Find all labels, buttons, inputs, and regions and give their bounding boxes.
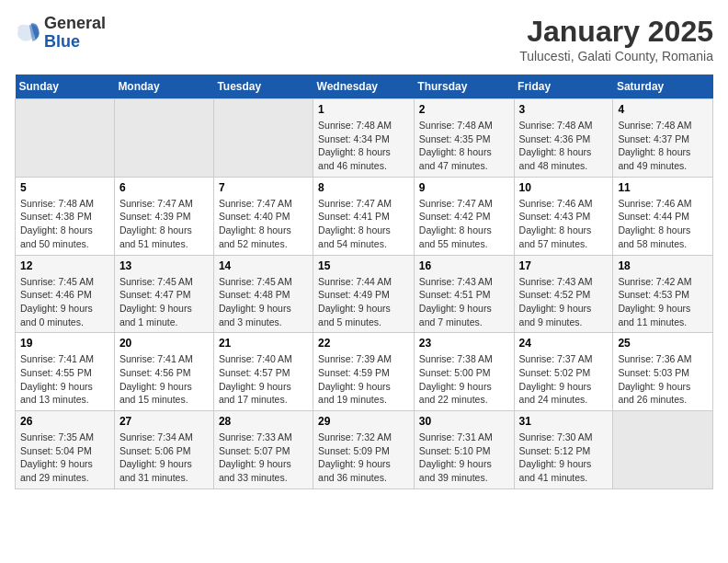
weekday-header-cell: Saturday	[613, 75, 713, 99]
day-detail: Sunrise: 7:36 AM Sunset: 5:03 PM Dayligh…	[618, 352, 708, 407]
day-number: 29	[318, 415, 409, 428]
day-number: 21	[219, 337, 308, 350]
day-detail: Sunrise: 7:46 AM Sunset: 4:44 PM Dayligh…	[618, 197, 708, 251]
day-number: 14	[219, 259, 308, 272]
title-area: January 2025 Tulucesti, Galati County, R…	[519, 15, 713, 63]
calendar-day-cell: 31 Sunrise: 7:30 AM Sunset: 5:12 PM Dayl…	[514, 411, 613, 489]
day-detail: Sunrise: 7:45 AM Sunset: 4:46 PM Dayligh…	[20, 275, 109, 329]
day-number: 5	[20, 181, 109, 194]
calendar-day-cell: 24 Sunrise: 7:37 AM Sunset: 5:02 PM Dayl…	[514, 333, 613, 411]
day-detail: Sunrise: 7:48 AM Sunset: 4:36 PM Dayligh…	[519, 119, 609, 173]
location-subtitle: Tulucesti, Galati County, Romania	[519, 49, 713, 63]
calendar-week-row: 19 Sunrise: 7:41 AM Sunset: 4:55 PM Dayl…	[16, 333, 713, 411]
weekday-header-cell: Thursday	[414, 75, 514, 99]
calendar-day-cell: 5 Sunrise: 7:48 AM Sunset: 4:38 PM Dayli…	[16, 177, 115, 255]
day-number: 13	[119, 259, 209, 272]
day-detail: Sunrise: 7:48 AM Sunset: 4:34 PM Dayligh…	[318, 119, 409, 173]
calendar-day-cell	[613, 411, 713, 489]
calendar-day-cell: 2 Sunrise: 7:48 AM Sunset: 4:35 PM Dayli…	[414, 99, 514, 178]
calendar-day-cell: 8 Sunrise: 7:47 AM Sunset: 4:41 PM Dayli…	[313, 177, 415, 255]
day-number: 3	[519, 103, 609, 116]
calendar-day-cell: 12 Sunrise: 7:45 AM Sunset: 4:46 PM Dayl…	[16, 255, 115, 333]
calendar-week-row: 12 Sunrise: 7:45 AM Sunset: 4:46 PM Dayl…	[16, 255, 713, 333]
day-detail: Sunrise: 7:42 AM Sunset: 4:53 PM Dayligh…	[618, 275, 708, 329]
day-number: 31	[519, 415, 609, 428]
day-number: 12	[20, 259, 109, 272]
logo: General Blue	[15, 15, 106, 52]
day-number: 26	[20, 415, 109, 428]
day-number: 6	[119, 181, 209, 194]
calendar-day-cell: 20 Sunrise: 7:41 AM Sunset: 4:56 PM Dayl…	[114, 333, 213, 411]
day-detail: Sunrise: 7:37 AM Sunset: 5:02 PM Dayligh…	[519, 352, 609, 407]
day-detail: Sunrise: 7:44 AM Sunset: 4:49 PM Dayligh…	[318, 275, 409, 329]
calendar-day-cell: 29 Sunrise: 7:32 AM Sunset: 5:09 PM Dayl…	[313, 411, 415, 489]
day-detail: Sunrise: 7:48 AM Sunset: 4:35 PM Dayligh…	[419, 119, 509, 173]
calendar-day-cell: 3 Sunrise: 7:48 AM Sunset: 4:36 PM Dayli…	[514, 99, 613, 178]
calendar-day-cell: 11 Sunrise: 7:46 AM Sunset: 4:44 PM Dayl…	[613, 177, 713, 255]
day-number: 27	[119, 415, 209, 428]
calendar-day-cell: 17 Sunrise: 7:43 AM Sunset: 4:52 PM Dayl…	[514, 255, 613, 333]
day-detail: Sunrise: 7:47 AM Sunset: 4:41 PM Dayligh…	[318, 197, 409, 251]
calendar-day-cell: 15 Sunrise: 7:44 AM Sunset: 4:49 PM Dayl…	[313, 255, 415, 333]
calendar-day-cell: 27 Sunrise: 7:34 AM Sunset: 5:06 PM Dayl…	[114, 411, 213, 489]
day-detail: Sunrise: 7:41 AM Sunset: 4:56 PM Dayligh…	[119, 352, 209, 407]
day-detail: Sunrise: 7:48 AM Sunset: 4:38 PM Dayligh…	[20, 197, 109, 251]
calendar-day-cell	[213, 99, 313, 178]
day-number: 4	[618, 103, 708, 116]
day-detail: Sunrise: 7:31 AM Sunset: 5:10 PM Dayligh…	[419, 431, 509, 485]
day-number: 16	[419, 259, 509, 272]
calendar-week-row: 1 Sunrise: 7:48 AM Sunset: 4:34 PM Dayli…	[16, 99, 713, 178]
calendar-day-cell: 18 Sunrise: 7:42 AM Sunset: 4:53 PM Dayl…	[613, 255, 713, 333]
day-detail: Sunrise: 7:47 AM Sunset: 4:42 PM Dayligh…	[419, 197, 509, 251]
day-detail: Sunrise: 7:38 AM Sunset: 5:00 PM Dayligh…	[419, 352, 509, 407]
calendar-day-cell: 1 Sunrise: 7:48 AM Sunset: 4:34 PM Dayli…	[313, 99, 415, 178]
day-number: 7	[219, 181, 308, 194]
header: General Blue January 2025 Tulucesti, Gal…	[15, 15, 713, 63]
day-number: 17	[519, 259, 609, 272]
weekday-header-cell: Sunday	[16, 75, 115, 99]
day-number: 20	[119, 337, 209, 350]
day-detail: Sunrise: 7:41 AM Sunset: 4:55 PM Dayligh…	[20, 352, 109, 407]
calendar-day-cell	[16, 99, 115, 178]
calendar-body: 1 Sunrise: 7:48 AM Sunset: 4:34 PM Dayli…	[16, 99, 713, 489]
calendar-day-cell: 7 Sunrise: 7:47 AM Sunset: 4:40 PM Dayli…	[213, 177, 313, 255]
day-number: 25	[618, 337, 708, 350]
calendar-day-cell: 25 Sunrise: 7:36 AM Sunset: 5:03 PM Dayl…	[613, 333, 713, 411]
calendar-day-cell: 10 Sunrise: 7:46 AM Sunset: 4:43 PM Dayl…	[514, 177, 613, 255]
day-detail: Sunrise: 7:45 AM Sunset: 4:47 PM Dayligh…	[119, 275, 209, 329]
calendar-week-row: 26 Sunrise: 7:35 AM Sunset: 5:04 PM Dayl…	[16, 411, 713, 489]
day-detail: Sunrise: 7:33 AM Sunset: 5:07 PM Dayligh…	[219, 431, 308, 485]
weekday-header-cell: Friday	[514, 75, 613, 99]
calendar-day-cell: 26 Sunrise: 7:35 AM Sunset: 5:04 PM Dayl…	[16, 411, 115, 489]
day-detail: Sunrise: 7:34 AM Sunset: 5:06 PM Dayligh…	[119, 431, 209, 485]
day-detail: Sunrise: 7:47 AM Sunset: 4:40 PM Dayligh…	[219, 197, 308, 251]
day-number: 23	[419, 337, 509, 350]
day-detail: Sunrise: 7:46 AM Sunset: 4:43 PM Dayligh…	[519, 197, 609, 251]
day-number: 22	[318, 337, 409, 350]
day-number: 8	[318, 181, 409, 194]
calendar-day-cell	[114, 99, 213, 178]
day-number: 24	[519, 337, 609, 350]
day-number: 1	[318, 103, 409, 116]
weekday-header-cell: Monday	[114, 75, 213, 99]
weekday-header-cell: Wednesday	[313, 75, 415, 99]
calendar-day-cell: 16 Sunrise: 7:43 AM Sunset: 4:51 PM Dayl…	[414, 255, 514, 333]
calendar-day-cell: 22 Sunrise: 7:39 AM Sunset: 4:59 PM Dayl…	[313, 333, 415, 411]
day-detail: Sunrise: 7:39 AM Sunset: 4:59 PM Dayligh…	[318, 352, 409, 407]
calendar-day-cell: 9 Sunrise: 7:47 AM Sunset: 4:42 PM Dayli…	[414, 177, 514, 255]
calendar-day-cell: 13 Sunrise: 7:45 AM Sunset: 4:47 PM Dayl…	[114, 255, 213, 333]
weekday-header-row: SundayMondayTuesdayWednesdayThursdayFrid…	[16, 75, 713, 99]
day-detail: Sunrise: 7:40 AM Sunset: 4:57 PM Dayligh…	[219, 352, 308, 407]
day-number: 19	[20, 337, 109, 350]
day-detail: Sunrise: 7:45 AM Sunset: 4:48 PM Dayligh…	[219, 275, 308, 329]
calendar-table: SundayMondayTuesdayWednesdayThursdayFrid…	[15, 75, 713, 489]
day-number: 18	[618, 259, 708, 272]
calendar-day-cell: 4 Sunrise: 7:48 AM Sunset: 4:37 PM Dayli…	[613, 99, 713, 178]
day-detail: Sunrise: 7:35 AM Sunset: 5:04 PM Dayligh…	[20, 431, 109, 485]
day-detail: Sunrise: 7:30 AM Sunset: 5:12 PM Dayligh…	[519, 431, 609, 485]
month-title: January 2025	[519, 15, 713, 49]
calendar-day-cell: 23 Sunrise: 7:38 AM Sunset: 5:00 PM Dayl…	[414, 333, 514, 411]
day-detail: Sunrise: 7:43 AM Sunset: 4:51 PM Dayligh…	[419, 275, 509, 329]
calendar-day-cell: 30 Sunrise: 7:31 AM Sunset: 5:10 PM Dayl…	[414, 411, 514, 489]
day-number: 30	[419, 415, 509, 428]
